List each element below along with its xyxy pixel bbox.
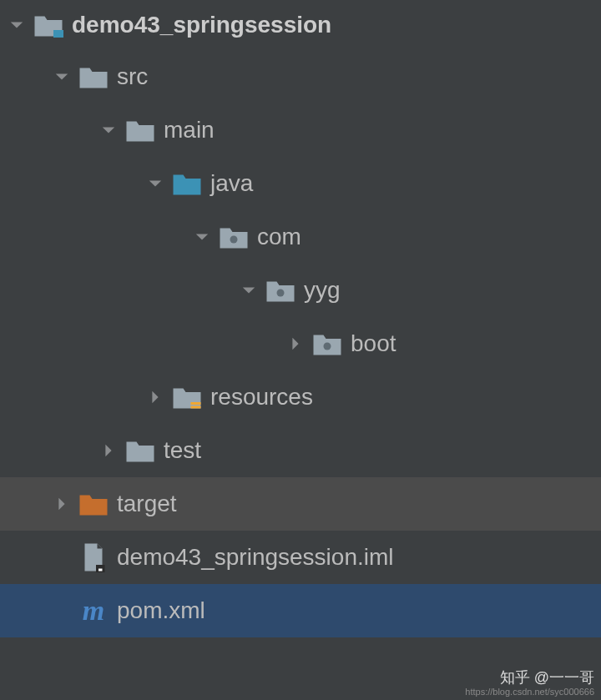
chevron-down-icon[interactable] xyxy=(147,175,164,192)
chevron-right-icon[interactable] xyxy=(147,389,164,405)
tree-label: main xyxy=(164,117,215,144)
chevron-down-icon[interactable] xyxy=(194,229,210,245)
maven-file-icon: m xyxy=(78,596,109,626)
tree-label: demo43_springsession.iml xyxy=(117,544,394,571)
file-icon xyxy=(78,542,109,572)
tree-label: resources xyxy=(210,384,313,410)
tree-label: com xyxy=(257,224,301,250)
chevron-right-icon[interactable] xyxy=(287,335,304,352)
tree-label: target xyxy=(117,491,177,517)
tree-item-main[interactable]: main xyxy=(0,103,601,157)
watermark-csdn: https://blog.csdn.net/syc000666 xyxy=(465,687,594,697)
tree-item-boot[interactable]: boot xyxy=(0,317,601,370)
package-folder-icon xyxy=(312,329,342,359)
svg-rect-6 xyxy=(98,569,103,572)
tree-item-target[interactable]: target xyxy=(0,477,601,531)
tree-item-iml[interactable]: demo43_springsession.iml xyxy=(0,531,601,584)
tree-item-java[interactable]: java xyxy=(0,157,601,210)
chevron-down-icon[interactable] xyxy=(100,122,117,138)
tree-item-root[interactable]: demo43_springsession xyxy=(0,0,601,50)
folder-icon xyxy=(125,115,155,145)
tree-label: java xyxy=(210,170,253,197)
resources-folder-icon xyxy=(172,382,202,412)
tree-label: pom.xml xyxy=(117,597,205,624)
chevron-down-icon[interactable] xyxy=(8,17,25,33)
svg-rect-3 xyxy=(191,406,201,409)
tree-item-pom[interactable]: m pom.xml xyxy=(0,584,601,637)
module-folder-icon xyxy=(33,10,63,40)
package-folder-icon xyxy=(265,275,295,305)
source-folder-icon xyxy=(172,169,202,199)
chevron-down-icon[interactable] xyxy=(240,282,257,299)
watermark-zhihu: 知乎 @一一哥 xyxy=(465,670,594,687)
tree-label: src xyxy=(117,63,148,90)
folder-icon xyxy=(125,436,155,466)
chevron-right-icon[interactable] xyxy=(100,442,117,459)
watermark: 知乎 @一一哥 https://blog.csdn.net/syc000666 xyxy=(465,670,594,697)
package-folder-icon xyxy=(219,222,249,252)
tree-item-com[interactable]: com xyxy=(0,210,601,264)
folder-icon xyxy=(78,62,109,92)
tree-item-yyg[interactable]: yyg xyxy=(0,264,601,317)
svg-rect-2 xyxy=(191,402,201,405)
tree-item-resources[interactable]: resources xyxy=(0,370,601,424)
chevron-down-icon[interactable] xyxy=(53,68,70,85)
tree-label: yyg xyxy=(304,277,341,304)
tree-item-test[interactable]: test xyxy=(0,424,601,477)
tree-label: boot xyxy=(351,330,396,357)
tree-label: test xyxy=(164,437,201,464)
chevron-right-icon[interactable] xyxy=(53,496,70,512)
excluded-folder-icon xyxy=(78,489,109,519)
tree-label: demo43_springsession xyxy=(72,12,331,38)
tree-item-src[interactable]: src xyxy=(0,50,601,103)
svg-rect-1 xyxy=(53,30,63,38)
